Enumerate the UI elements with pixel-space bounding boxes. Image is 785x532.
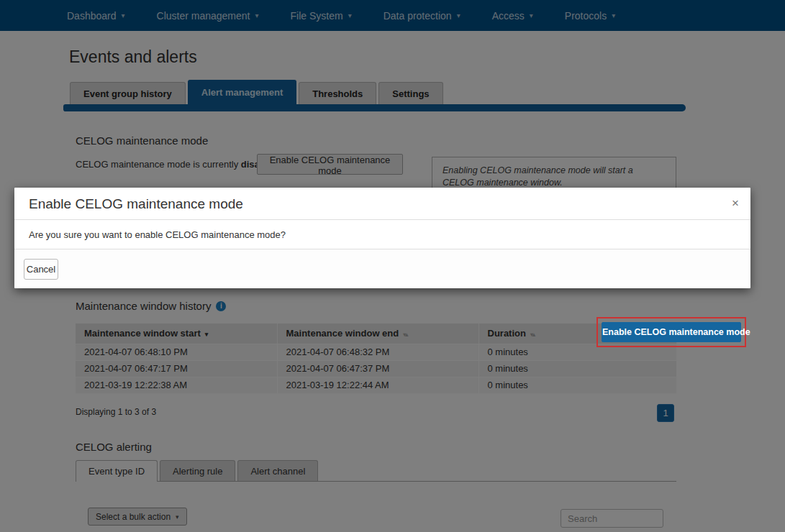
dialog-body-text: Are you sure you want to enable CELOG ma… xyxy=(14,220,750,249)
confirm-enable-button[interactable]: Enable CELOG maintenance mode xyxy=(602,322,741,342)
dialog-title: Enable CELOG maintenance mode xyxy=(29,188,243,220)
enable-maintenance-mode-dialog: Enable CELOG maintenance mode × Are you … xyxy=(14,188,750,288)
dialog-footer: Cancel Enable CELOG maintenance mode xyxy=(14,249,750,287)
cancel-button[interactable]: Cancel xyxy=(24,259,58,280)
app-window: Dashboard ▾ Cluster management ▾ File Sy… xyxy=(0,0,785,532)
close-icon[interactable]: × xyxy=(732,196,739,211)
dialog-header: Enable CELOG maintenance mode × xyxy=(14,188,750,220)
